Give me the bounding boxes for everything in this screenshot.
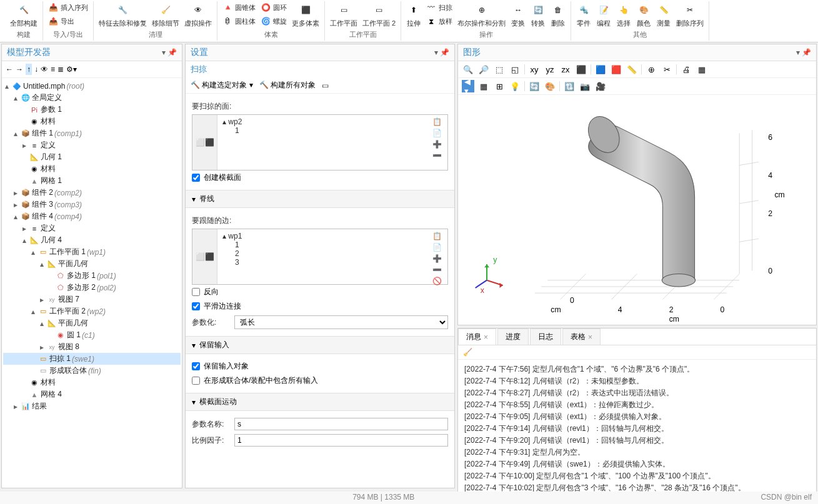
clip-icon[interactable]: ✂: [661, 63, 673, 76]
tree[interactable]: ▴🔷Untitled.mph (root) ▴🌐全局定义 Pi参数 1 ◉材料 …: [2, 78, 182, 488]
btn-convert[interactable]: 🔄转换: [529, 1, 547, 29]
btn-sweep[interactable]: 〰扫掠: [425, 1, 454, 14]
chk-keepinput[interactable]: [192, 362, 200, 370]
nav-down[interactable]: ↓: [34, 65, 38, 74]
paramname-input[interactable]: [234, 418, 448, 430]
toggle-icon[interactable]: ⬜⬛: [192, 115, 217, 170]
chk-smooth[interactable]: [192, 302, 200, 310]
btn-feature-repair[interactable]: 🔧特征去除和修复: [97, 1, 148, 29]
faces-listbox[interactable]: ⬜⬛ ▴ wp21 📋📄➕➖: [192, 114, 448, 170]
pin-icon[interactable]: ▾ 📌: [796, 48, 811, 57]
tab-messages[interactable]: 消息×: [458, 329, 496, 345]
block-icon[interactable]: 🚫: [432, 277, 445, 285]
toggle-icon[interactable]: ⬜⬛: [192, 229, 217, 284]
close-icon[interactable]: ×: [588, 333, 592, 342]
btn-program[interactable]: 📝编程: [595, 1, 612, 29]
view-zx-icon[interactable]: zx: [559, 63, 572, 76]
btn-cylinder[interactable]: 🛢圆柱体: [221, 15, 257, 27]
btn-torus[interactable]: ⭕圆环: [259, 1, 288, 14]
copy-icon[interactable]: 📋: [432, 232, 445, 240]
build-extra-icon[interactable]: ▭: [322, 81, 329, 90]
sel-bnd-icon[interactable]: 🟥: [610, 63, 622, 76]
graphics-canvas[interactable]: y x 6 4 2 0 cm 0 cm 4 2 0 cm: [458, 95, 816, 325]
nav-up[interactable]: ↑: [26, 64, 32, 75]
btn-export[interactable]: 📤导出: [47, 15, 89, 27]
center-icon[interactable]: ⊕: [645, 63, 657, 76]
grid-icon[interactable]: ▦: [477, 80, 490, 92]
view-xy-icon[interactable]: xy: [528, 63, 541, 76]
reset-icon[interactable]: 🔄: [528, 80, 541, 92]
copy-icon[interactable]: 📋: [432, 117, 445, 126]
message-log[interactable]: [2022-7-4 下午7:56] 定型几何包含"1 个域"、"6 个边界"及"…: [458, 360, 816, 495]
btn-loft[interactable]: ⧗放样: [425, 15, 454, 27]
btn-build-all[interactable]: 🔨全部构建: [9, 1, 39, 29]
nav-back[interactable]: ←: [6, 65, 13, 74]
btn-select[interactable]: 👆选择: [615, 1, 632, 29]
sel-edge-icon[interactable]: 📏: [626, 63, 638, 76]
tab-progress[interactable]: 进度: [497, 329, 529, 345]
chevron-down-icon[interactable]: ▾: [192, 341, 196, 350]
paste-icon[interactable]: 📄: [432, 243, 445, 252]
collapse-icon[interactable]: ≡: [51, 65, 55, 74]
btn-bool[interactable]: ⊕布尔操作和分割: [456, 1, 507, 29]
chk-reverse[interactable]: [192, 288, 200, 296]
zoom-ext-icon[interactable]: ◱: [509, 63, 521, 76]
sweep-icon: 〰: [426, 2, 436, 12]
chevron-down-icon[interactable]: ▾: [192, 195, 196, 204]
btn-helix[interactable]: 🌀螺旋: [259, 15, 288, 27]
build-all-btn[interactable]: 🔨 构建所有对象: [259, 80, 316, 91]
tab-log[interactable]: 日志: [530, 329, 561, 345]
nav-fwd[interactable]: →: [16, 65, 23, 74]
minus-icon[interactable]: ➖: [432, 151, 445, 160]
btn-color[interactable]: 🎨颜色: [635, 1, 652, 29]
zoom-box-icon[interactable]: ⬚: [493, 63, 506, 76]
tree-node-sweep[interactable]: ▭扫掠 1 (swe1): [3, 353, 181, 365]
paste-icon[interactable]: 📄: [432, 129, 445, 137]
pin-icon[interactable]: ▾ 📌: [434, 48, 449, 57]
view-3d-icon[interactable]: ⬛: [575, 63, 587, 76]
light-icon[interactable]: 💡: [509, 80, 521, 92]
param-select[interactable]: 弧长: [234, 315, 448, 329]
record-icon[interactable]: 🎥: [594, 80, 607, 92]
close-icon[interactable]: ×: [484, 333, 488, 342]
add-icon[interactable]: ➕: [432, 140, 445, 149]
btn-delete[interactable]: 🗑删除: [549, 1, 567, 29]
expand-icon[interactable]: ≣: [57, 65, 64, 74]
tab-table[interactable]: 表格×: [562, 329, 601, 345]
refresh-icon[interactable]: 🔃: [563, 80, 576, 92]
btn-extrude[interactable]: ⬆拉伸: [405, 1, 422, 29]
minus-icon[interactable]: ➖: [432, 265, 445, 274]
btn-workplane[interactable]: ▭工作平面: [329, 1, 359, 29]
btn-delseq[interactable]: ✂删除序列: [675, 1, 705, 29]
broom-icon[interactable]: 🧹: [463, 348, 472, 357]
btn-insert-seq[interactable]: 📥插入序列: [47, 1, 89, 14]
tree-settings-icon[interactable]: ⚙▾: [66, 65, 77, 74]
edges-listbox[interactable]: ⬜⬛ ▴ wp1123 📋📄➕➖🚫: [192, 229, 448, 285]
btn-remove-detail[interactable]: 🧹移除细节: [151, 1, 181, 29]
chk-include[interactable]: [192, 377, 200, 385]
eye-icon[interactable]: 👁: [41, 65, 48, 74]
btn-transform[interactable]: ↔变换: [509, 1, 527, 29]
btn-more-prim[interactable]: ⬛更多体素: [291, 1, 321, 29]
axes-icon[interactable]: ⊞: [493, 80, 506, 92]
render-icon[interactable]: 🎨: [544, 80, 556, 92]
btn-cone[interactable]: 🔺圆锥体: [221, 1, 257, 14]
scale-input[interactable]: [234, 434, 448, 447]
zoom-in-icon[interactable]: 🔍: [462, 63, 474, 76]
add-icon[interactable]: ➕: [432, 254, 445, 263]
pin-icon[interactable]: ▾ 📌: [162, 48, 177, 57]
view-yz-icon[interactable]: yz: [544, 63, 556, 76]
btn-measure[interactable]: 📏测量: [655, 1, 672, 29]
build-sel-btn[interactable]: 🔨 构建选定对象 ▾: [191, 80, 253, 91]
btn-part[interactable]: 🔩零件: [575, 1, 592, 29]
btn-virtual-op[interactable]: 👁虚拟操作: [183, 1, 213, 29]
camera-icon[interactable]: 📷: [579, 80, 591, 92]
chk-cross[interactable]: [192, 174, 200, 182]
zoom-out-icon[interactable]: 🔎: [477, 63, 490, 76]
btn-workplane2[interactable]: ▭工作平面 2: [361, 1, 397, 29]
sel-dom-icon[interactable]: 🟦: [594, 63, 607, 76]
layout-icon[interactable]: ▦: [696, 63, 708, 76]
play-icon[interactable]: ◀ ▾: [462, 80, 474, 92]
chevron-down-icon[interactable]: ▾: [192, 398, 196, 407]
print-icon[interactable]: 🖨: [680, 63, 692, 76]
